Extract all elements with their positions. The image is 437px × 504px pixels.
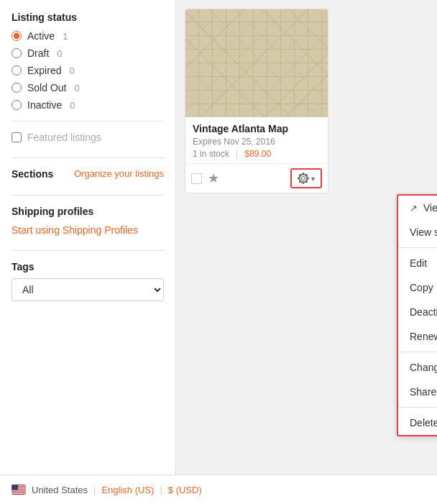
footer-language-link[interactable]: English (US) bbox=[101, 485, 154, 495]
dropdown-divider-2 bbox=[398, 352, 437, 352]
status-expired-label: Expired bbox=[27, 65, 61, 76]
featured-listings-checkbox[interactable] bbox=[12, 132, 22, 142]
product-price: $89.00 bbox=[245, 149, 272, 159]
footer-country: United States bbox=[32, 485, 88, 495]
status-sold-out[interactable]: Sold Out 0 bbox=[12, 82, 164, 93]
listing-status-title: Listing status bbox=[12, 12, 164, 23]
dropdown-view-stats-label: View stats bbox=[410, 226, 437, 238]
status-sold-out-radio[interactable] bbox=[12, 83, 22, 93]
status-sold-out-label: Sold Out bbox=[27, 82, 66, 93]
product-stock-line: 1 in stock | $89.00 bbox=[193, 149, 321, 159]
listing-status-section: Listing status Active 1 Draft 0 Expired … bbox=[12, 12, 164, 143]
featured-listings-item[interactable]: Featured listings bbox=[12, 132, 164, 143]
main-layout: Listing status Active 1 Draft 0 Expired … bbox=[0, 0, 437, 475]
dropdown-delete-label: Delete bbox=[410, 417, 437, 429]
sidebar: Listing status Active 1 Draft 0 Expired … bbox=[0, 0, 176, 475]
status-expired-radio[interactable] bbox=[12, 65, 22, 75]
status-draft-radio[interactable] bbox=[12, 48, 22, 58]
dropdown-item-renew[interactable]: Renew bbox=[398, 324, 437, 349]
status-active[interactable]: Active 1 bbox=[12, 30, 164, 42]
footer: United States | English (US) | $ (USD) bbox=[0, 475, 437, 504]
dropdown-item-delete[interactable]: Delete bbox=[398, 411, 437, 435]
footer-currency-link[interactable]: $ (USD) bbox=[168, 485, 202, 495]
sections-section: Sections Organize your listings bbox=[12, 168, 164, 180]
stock-separator: | bbox=[236, 149, 238, 159]
product-image bbox=[185, 9, 328, 117]
dropdown-deactivate-label: Deactivate bbox=[410, 306, 437, 318]
status-draft[interactable]: Draft 0 bbox=[12, 47, 164, 59]
shipping-section: Shipping profiles Start using Shipping P… bbox=[12, 206, 164, 236]
divider-4 bbox=[12, 250, 164, 251]
status-expired[interactable]: Expired 0 bbox=[12, 65, 164, 76]
right-panel: Vintage Atlanta Map Expires Nov 25, 2016… bbox=[176, 0, 437, 475]
product-info: Vintage Atlanta Map Expires Nov 25, 2016… bbox=[185, 117, 328, 163]
gear-dropdown-button[interactable]: ▾ bbox=[290, 168, 322, 188]
tags-select[interactable]: All Tag1 Tag2 bbox=[12, 278, 164, 301]
status-inactive-count: 0 bbox=[70, 100, 75, 111]
svg-rect-6 bbox=[12, 493, 26, 494]
footer-separator-2: | bbox=[160, 485, 162, 495]
dropdown-item-view-on-etsy[interactable]: ↗ View on Etsy bbox=[398, 196, 437, 220]
footer-separator-1: | bbox=[93, 485, 96, 495]
dropdown-view-on-etsy-label: View on Etsy bbox=[423, 202, 437, 214]
listing-status-radio-group: Active 1 Draft 0 Expired 0 Sold Out 0 bbox=[12, 30, 164, 111]
dropdown-item-share[interactable]: Share bbox=[398, 380, 437, 404]
dropdown-edit-label: Edit bbox=[410, 257, 427, 269]
status-active-label: Active bbox=[27, 30, 55, 42]
organize-listings-link[interactable]: Organize your listings bbox=[74, 168, 164, 180]
tags-section: Tags All Tag1 Tag2 bbox=[12, 261, 164, 301]
svg-rect-5 bbox=[12, 492, 26, 492]
dropdown-renew-label: Renew bbox=[410, 331, 437, 342]
gear-dropdown-menu: ↗ View on Etsy View stats Edit Copy Deac… bbox=[397, 194, 437, 436]
dropdown-item-edit[interactable]: Edit bbox=[398, 251, 437, 275]
gear-icon bbox=[298, 173, 309, 184]
divider-2 bbox=[12, 157, 164, 158]
product-card: Vintage Atlanta Map Expires Nov 25, 2016… bbox=[185, 9, 328, 193]
sections-row: Sections Organize your listings bbox=[12, 168, 164, 180]
product-checkbox[interactable] bbox=[191, 173, 202, 184]
status-inactive-label: Inactive bbox=[27, 99, 62, 111]
status-active-count: 1 bbox=[63, 31, 68, 42]
status-active-radio[interactable] bbox=[12, 31, 22, 41]
svg-rect-7 bbox=[12, 485, 18, 490]
sections-title: Sections bbox=[12, 168, 53, 180]
dropdown-item-change-section[interactable]: Change Section bbox=[398, 355, 437, 380]
shipping-link[interactable]: Start using Shipping Profiles bbox=[12, 224, 138, 236]
shipping-title: Shipping profiles bbox=[12, 206, 164, 217]
status-draft-count: 0 bbox=[57, 48, 62, 59]
star-icon[interactable]: ★ bbox=[208, 170, 219, 186]
us-flag-icon bbox=[12, 485, 26, 495]
svg-rect-4 bbox=[12, 490, 26, 491]
map-pattern bbox=[185, 9, 328, 117]
dropdown-divider-1 bbox=[398, 247, 437, 248]
tags-title: Tags bbox=[12, 261, 164, 272]
chevron-down-icon: ▾ bbox=[311, 175, 315, 183]
status-inactive[interactable]: Inactive 0 bbox=[12, 99, 164, 111]
product-actions: ★ ▾ bbox=[185, 163, 328, 193]
dropdown-item-view-stats[interactable]: View stats bbox=[398, 220, 437, 244]
status-sold-out-count: 0 bbox=[74, 83, 79, 93]
dropdown-share-label: Share bbox=[410, 386, 436, 398]
product-expires: Expires Nov 25, 2016 bbox=[193, 137, 321, 147]
product-stock-text: 1 in stock bbox=[193, 149, 229, 159]
dropdown-item-copy[interactable]: Copy bbox=[398, 275, 437, 300]
featured-listings-label: Featured listings bbox=[27, 132, 101, 143]
dropdown-item-deactivate[interactable]: Deactivate bbox=[398, 300, 437, 324]
status-draft-label: Draft bbox=[27, 47, 49, 59]
status-expired-count: 0 bbox=[69, 65, 74, 76]
dropdown-divider-3 bbox=[398, 407, 437, 408]
product-title: Vintage Atlanta Map bbox=[193, 123, 321, 134]
divider-1 bbox=[12, 121, 164, 122]
dropdown-copy-label: Copy bbox=[410, 282, 433, 293]
divider-3 bbox=[12, 195, 164, 196]
external-link-icon: ↗ bbox=[410, 203, 418, 214]
dropdown-change-section-label: Change Section bbox=[410, 362, 437, 373]
status-inactive-radio[interactable] bbox=[12, 100, 22, 110]
